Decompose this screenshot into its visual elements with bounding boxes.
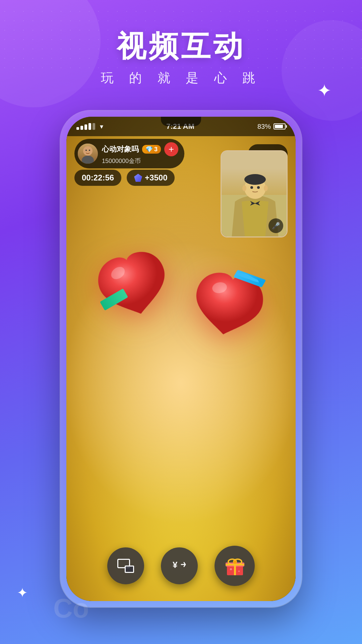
call-timer: 00:22:56 — [74, 170, 121, 186]
user-info-left: 心动对象吗 💎 3 + 15000000金币 — [74, 139, 184, 168]
diamond-icon: 💎 — [145, 146, 153, 153]
svg-point-7 — [250, 186, 253, 189]
user-coins: 15000000金币 — [102, 157, 178, 165]
diamond-count: 3 — [154, 146, 158, 153]
phone-outer: ▾ 7:21 AM 83% — [60, 111, 302, 607]
header-title: 视频互动 — [0, 30, 362, 63]
username: 心动对象吗 — [102, 144, 139, 154]
exchange-svg: ¥ — [171, 558, 187, 574]
battery-fill — [275, 125, 283, 128]
user-name-row: 心动对象吗 💎 3 + — [102, 142, 178, 156]
timer-bar: 00:22:56 +3500 — [74, 170, 175, 186]
header: 视频互动 玩 的 就 是 心 跳 — [0, 0, 362, 87]
gems-count: +3500 — [145, 173, 167, 182]
svg-point-8 — [257, 186, 260, 189]
gems-badge: +3500 — [127, 170, 175, 186]
add-button[interactable]: + — [164, 142, 178, 156]
bottom-toolbar: ¥ — [66, 544, 296, 588]
header-subtitle: 玩 的 就 是 心 跳 — [0, 69, 362, 87]
gift-svg — [225, 557, 245, 577]
svg-point-0 — [83, 146, 93, 156]
svg-point-10 — [264, 185, 268, 191]
status-right: 83% — [257, 123, 286, 130]
screen-share-icon — [117, 559, 134, 573]
screen-share-button[interactable] — [107, 547, 144, 584]
svg-point-22 — [238, 571, 240, 572]
battery-icon — [274, 123, 286, 129]
notch-bump — [161, 117, 201, 126]
microphone-button[interactable]: 🎤 — [268, 218, 283, 233]
corner-video: 🎤 — [221, 150, 288, 237]
phone-mockup: ▾ 7:21 AM 83% — [60, 111, 302, 607]
avatar — [78, 144, 98, 164]
diamond-badge: 💎 3 — [142, 145, 161, 154]
avatar-face — [78, 144, 98, 164]
sparkle-bottom-left-icon: ✦ — [17, 585, 28, 600]
svg-text:¥: ¥ — [173, 560, 178, 570]
status-left: ▾ — [76, 122, 103, 130]
phone-inner: ▾ 7:21 AM 83% — [66, 117, 296, 601]
user-info-text: 心动对象吗 💎 3 + 15000000金币 — [102, 142, 178, 165]
svg-point-21 — [230, 568, 232, 570]
gift-icon — [225, 557, 244, 575]
svg-point-9 — [242, 185, 246, 191]
wifi-icon: ▾ — [100, 122, 103, 130]
gift-button[interactable] — [215, 546, 255, 586]
avatar-svg — [78, 144, 98, 164]
svg-point-6 — [244, 174, 266, 185]
svg-point-1 — [82, 156, 94, 164]
exchange-button[interactable]: ¥ — [161, 547, 198, 584]
battery-text: 83% — [257, 123, 271, 130]
gem-icon — [134, 174, 142, 182]
exchange-icon: ¥ — [171, 558, 187, 574]
signal-icon — [76, 123, 95, 130]
svg-point-2 — [85, 150, 87, 151]
sparkle-top-right-icon: ✦ — [317, 80, 332, 101]
svg-point-20 — [233, 560, 237, 564]
svg-point-3 — [89, 150, 90, 151]
